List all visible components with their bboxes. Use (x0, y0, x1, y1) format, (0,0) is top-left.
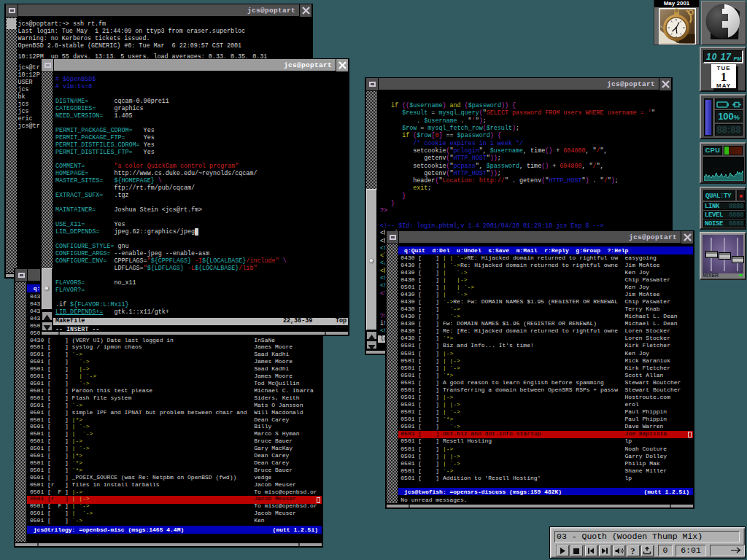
svg-text:?: ? (630, 546, 635, 556)
